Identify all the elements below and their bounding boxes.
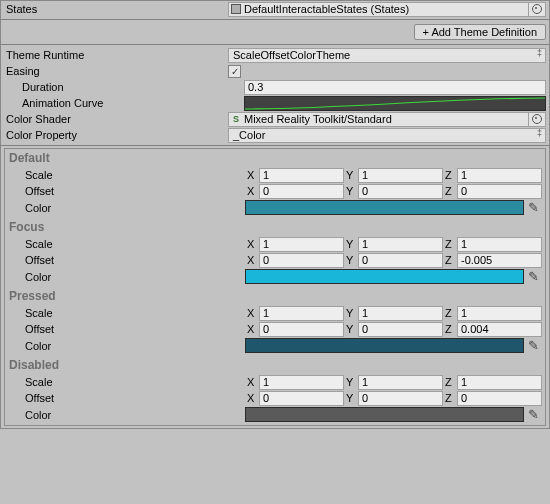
disabled-color-field[interactable] [245, 407, 524, 422]
row-add-theme: + Add Theme Definition [1, 22, 549, 42]
axis-z-label: Z [443, 185, 457, 197]
asset-icon [229, 4, 243, 14]
disabled-scale-y[interactable]: 1 [358, 375, 443, 390]
color-shader-label: Color Shader [4, 113, 228, 125]
states-value: DefaultInteractableStates (States) [243, 3, 528, 15]
axis-x-label: X [245, 323, 259, 335]
default-offset-x[interactable]: 0 [259, 184, 344, 199]
duration-label: Duration [4, 81, 244, 93]
state-header-pressed: Pressed [5, 287, 545, 305]
color-property-value: _Color [233, 129, 265, 141]
eyedropper-icon[interactable]: ✎ [524, 407, 542, 422]
row-duration: Duration 0.3 [1, 79, 549, 95]
scale-label: Scale [5, 307, 245, 319]
state-header-default: Default [5, 149, 545, 167]
row-default-scale: Scale X1 Y1 Z1 [5, 167, 545, 183]
row-default-color: Color ✎ [5, 199, 545, 218]
pressed-scale-x[interactable]: 1 [259, 306, 344, 321]
easing-checkbox[interactable]: ✓ [228, 65, 241, 78]
color-label: Color [5, 202, 245, 214]
focus-color-field[interactable] [245, 269, 524, 284]
anim-curve-field[interactable] [244, 96, 546, 111]
row-states: States DefaultInteractableStates (States… [1, 1, 549, 17]
axis-y-label: Y [344, 392, 358, 404]
axis-z-label: Z [443, 376, 457, 388]
row-disabled-scale: Scale X1 Y1 Z1 [5, 374, 545, 390]
default-scale-z[interactable]: 1 [457, 168, 542, 183]
scale-label: Scale [5, 169, 245, 181]
axis-z-label: Z [443, 392, 457, 404]
focus-offset-z[interactable]: -0.005 [457, 253, 542, 268]
axis-x-label: X [245, 392, 259, 404]
default-offset-vector: X0 Y0 Z0 [245, 184, 542, 199]
axis-x-label: X [245, 254, 259, 266]
row-theme-runtime: Theme Runtime ScaleOffsetColorTheme ‡ [1, 47, 549, 63]
scale-label: Scale [5, 376, 245, 388]
row-easing: Easing ✓ [1, 63, 549, 79]
offset-label: Offset [5, 254, 245, 266]
row-pressed-offset: Offset X0 Y0 Z0.004 [5, 321, 545, 337]
object-picker-icon[interactable] [528, 113, 545, 126]
disabled-scale-vector: X1 Y1 Z1 [245, 375, 542, 390]
pressed-offset-x[interactable]: 0 [259, 322, 344, 337]
focus-scale-y[interactable]: 1 [358, 237, 443, 252]
shader-icon: S [229, 114, 243, 124]
color-shader-field[interactable]: S Mixed Reality Toolkit/Standard [228, 112, 546, 127]
axis-z-label: Z [443, 169, 457, 181]
axis-y-label: Y [344, 323, 358, 335]
axis-y-label: Y [344, 185, 358, 197]
row-focus-offset: Offset X0 Y0 Z-0.005 [5, 252, 545, 268]
disabled-offset-vector: X0 Y0 Z0 [245, 391, 542, 406]
color-property-label: Color Property [4, 129, 228, 141]
pressed-scale-y[interactable]: 1 [358, 306, 443, 321]
eyedropper-icon[interactable]: ✎ [524, 269, 542, 284]
default-scale-vector: X1 Y1 Z1 [245, 168, 542, 183]
states-object-field[interactable]: DefaultInteractableStates (States) [228, 2, 546, 17]
axis-x-label: X [245, 185, 259, 197]
default-scale-x[interactable]: 1 [259, 168, 344, 183]
axis-x-label: X [245, 307, 259, 319]
states-label: States [4, 3, 228, 15]
pressed-scale-z[interactable]: 1 [457, 306, 542, 321]
disabled-scale-x[interactable]: 1 [259, 375, 344, 390]
pressed-offset-y[interactable]: 0 [358, 322, 443, 337]
easing-label: Easing [4, 65, 228, 77]
scale-label: Scale [5, 238, 245, 250]
default-color-field[interactable] [245, 200, 524, 215]
default-offset-y[interactable]: 0 [358, 184, 443, 199]
color-property-popup[interactable]: _Color ‡ [228, 128, 546, 143]
row-pressed-color: Color ✎ [5, 337, 545, 356]
default-offset-z[interactable]: 0 [457, 184, 542, 199]
axis-x-label: X [245, 376, 259, 388]
row-anim-curve: Animation Curve [1, 95, 549, 111]
color-shader-value: Mixed Reality Toolkit/Standard [243, 113, 528, 125]
focus-offset-y[interactable]: 0 [358, 253, 443, 268]
eyedropper-icon[interactable]: ✎ [524, 338, 542, 353]
pressed-color-field[interactable] [245, 338, 524, 353]
theme-runtime-popup[interactable]: ScaleOffsetColorTheme ‡ [228, 48, 546, 63]
theme-runtime-value: ScaleOffsetColorTheme [233, 49, 350, 61]
disabled-scale-z[interactable]: 1 [457, 375, 542, 390]
separator [1, 44, 549, 45]
row-disabled-offset: Offset X0 Y0 Z0 [5, 390, 545, 406]
anim-curve-label: Animation Curve [4, 97, 244, 109]
focus-scale-z[interactable]: 1 [457, 237, 542, 252]
up-down-icon: ‡ [537, 130, 542, 136]
disabled-offset-z[interactable]: 0 [457, 391, 542, 406]
add-theme-label: + Add Theme Definition [423, 26, 537, 38]
color-label: Color [5, 409, 245, 421]
axis-y-label: Y [344, 254, 358, 266]
focus-scale-x[interactable]: 1 [259, 237, 344, 252]
offset-label: Offset [5, 185, 245, 197]
object-picker-icon[interactable] [528, 3, 545, 16]
duration-field[interactable]: 0.3 [244, 80, 546, 95]
disabled-offset-y[interactable]: 0 [358, 391, 443, 406]
add-theme-definition-button[interactable]: + Add Theme Definition [414, 24, 546, 40]
axis-z-label: Z [443, 323, 457, 335]
focus-scale-vector: X1 Y1 Z1 [245, 237, 542, 252]
default-scale-y[interactable]: 1 [358, 168, 443, 183]
disabled-offset-x[interactable]: 0 [259, 391, 344, 406]
pressed-offset-z[interactable]: 0.004 [457, 322, 542, 337]
eyedropper-icon[interactable]: ✎ [524, 200, 542, 215]
focus-offset-x[interactable]: 0 [259, 253, 344, 268]
